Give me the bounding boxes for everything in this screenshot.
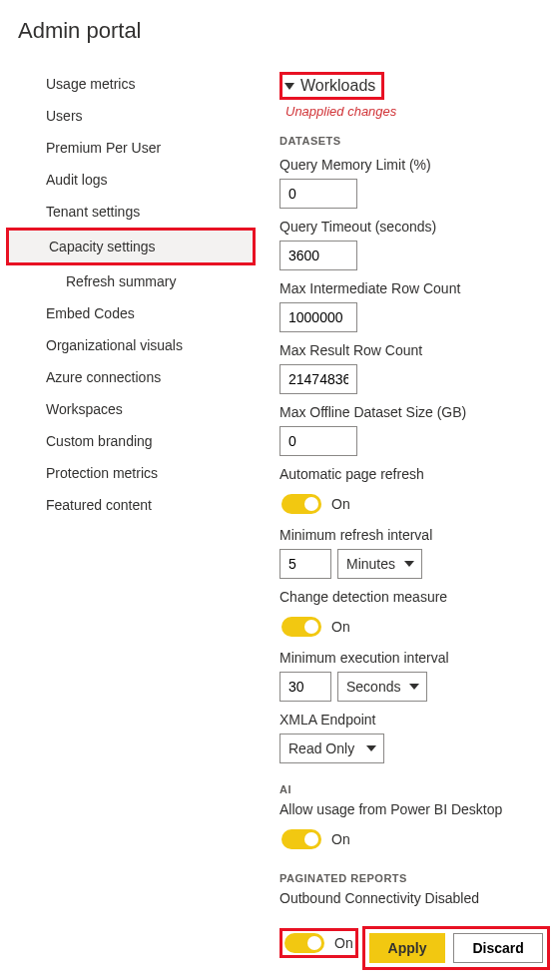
auto-page-refresh-label: Automatic page refresh [279,466,556,482]
ai-allow-state: On [331,831,350,847]
ai-allow-toggle[interactable] [281,829,321,849]
ai-allow-label: Allow usage from Power BI Desktop [279,801,556,817]
sidebar-item-capacity-settings[interactable]: Capacity settings [6,228,256,265]
min-refresh-input[interactable] [279,549,331,579]
max-intermediate-label: Max Intermediate Row Count [279,280,556,296]
content-panel: Workloads Unapplied changes DATASETS Que… [279,68,556,970]
sidebar-item-workspaces[interactable]: Workspaces [18,393,256,425]
outbound-label: Outbound Connectivity Disabled [279,890,556,906]
apply-button[interactable]: Apply [369,933,446,963]
change-detection-label: Change detection measure [279,589,556,605]
sidebar-item-tenant-settings[interactable]: Tenant settings [18,196,256,228]
paginated-group-label: PAGINATED REPORTS [279,872,556,884]
sidebar-item-users[interactable]: Users [18,100,256,132]
sidebar-item-organizational-visuals[interactable]: Organizational visuals [18,329,256,361]
max-result-input[interactable] [279,364,357,394]
sidebar-item-embed-codes[interactable]: Embed Codes [18,297,256,329]
query-memory-label: Query Memory Limit (%) [279,157,556,173]
max-offline-input[interactable] [279,426,357,456]
sidebar-item-custom-branding[interactable]: Custom branding [18,425,256,457]
query-timeout-input[interactable] [279,241,357,270]
discard-button[interactable]: Discard [453,933,542,963]
max-result-label: Max Result Row Count [279,342,556,358]
query-memory-input[interactable] [279,179,357,209]
min-refresh-unit-select[interactable]: Minutes [337,549,422,579]
query-timeout-label: Query Timeout (seconds) [279,219,556,235]
change-detection-toggle[interactable] [281,617,321,637]
max-offline-label: Max Offline Dataset Size (GB) [279,404,556,420]
sidebar-subitem-refresh-summary[interactable]: Refresh summary [18,265,256,297]
sidebar: Usage metrics Users Premium Per User Aud… [18,68,256,970]
sidebar-item-audit-logs[interactable]: Audit logs [18,164,256,196]
change-detection-state: On [331,619,350,635]
sidebar-item-protection-metrics[interactable]: Protection metrics [18,457,256,489]
min-exec-unit-select[interactable]: Seconds [337,672,427,702]
unapplied-changes-text: Unapplied changes [285,104,556,119]
min-refresh-label: Minimum refresh interval [279,527,556,543]
min-exec-input[interactable] [279,672,331,702]
page-title: Admin portal [18,18,556,44]
chevron-down-icon [284,83,294,90]
outbound-toggle[interactable] [284,933,324,953]
auto-page-refresh-toggle[interactable] [281,494,321,514]
xmla-label: XMLA Endpoint [279,712,556,728]
sidebar-item-premium-per-user[interactable]: Premium Per User [18,132,256,164]
auto-page-refresh-state: On [331,496,350,512]
outbound-state: On [334,935,353,951]
max-intermediate-input[interactable] [279,302,357,332]
xmla-select[interactable]: Read Only [279,734,384,763]
sidebar-item-usage-metrics[interactable]: Usage metrics [18,68,256,100]
ai-group-label: AI [279,783,556,795]
sidebar-item-featured-content[interactable]: Featured content [18,489,256,521]
workloads-header[interactable]: Workloads [279,72,384,100]
min-exec-label: Minimum execution interval [279,650,556,666]
sidebar-item-azure-connections[interactable]: Azure connections [18,361,256,393]
datasets-group-label: DATASETS [279,135,556,147]
workloads-header-label: Workloads [300,77,375,95]
